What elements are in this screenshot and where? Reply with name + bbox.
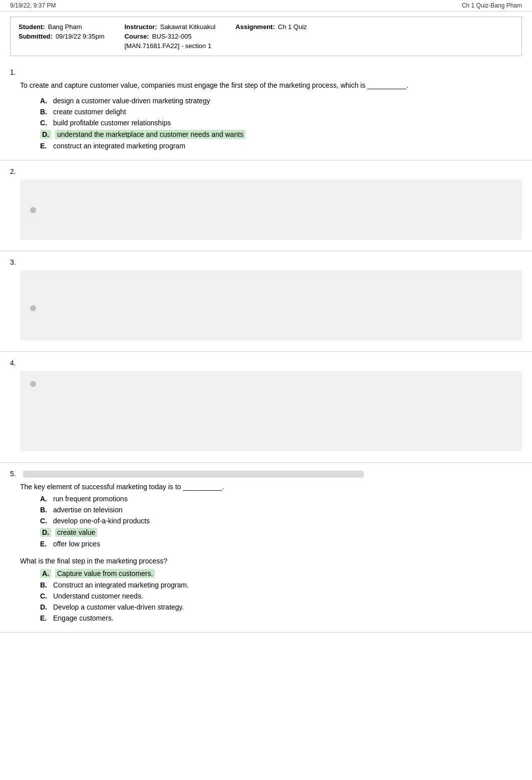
option-text: create customer delight xyxy=(53,108,126,116)
student-info-block: Student: Bang Pham Submitted: 09/19/22 9… xyxy=(10,17,522,56)
question-2-blurred xyxy=(20,179,522,240)
option-text: run frequent promotions xyxy=(53,495,128,503)
course-name: BUS-312-005 xyxy=(152,33,192,40)
question-1-number: 1. xyxy=(10,68,522,76)
question-2-number: 2. xyxy=(10,167,522,175)
question-5: 5. The key element of successful marketi… xyxy=(0,463,532,633)
student-label: Student: xyxy=(19,23,45,31)
question-5-sub1-options: A. run frequent promotions B. advertise … xyxy=(40,495,522,548)
list-item: E. construct an integrated marketing pro… xyxy=(40,142,522,150)
assignment-label: Assignment: xyxy=(235,23,275,31)
blurred-indicator xyxy=(30,381,36,387)
question-3: 3. xyxy=(0,251,532,352)
list-item: D. Develop a customer value-driven strat… xyxy=(40,603,522,611)
instructor-name: Sakawrat Kitkuakul xyxy=(160,23,215,31)
option-letter: B. xyxy=(40,506,49,514)
question-2: 2. xyxy=(0,160,532,251)
option-letter-highlighted: D. xyxy=(40,528,51,537)
option-text: build profitable customer relationships xyxy=(53,119,171,127)
instructor-label: Instructor: xyxy=(124,23,157,31)
list-item: A. design a customer value-driven market… xyxy=(40,97,522,105)
option-text: Engage customers. xyxy=(53,614,114,622)
question-5-blurred-line xyxy=(23,471,364,478)
option-text-highlighted: create value xyxy=(55,528,97,537)
assignment-name: Ch 1 Quiz xyxy=(278,23,307,31)
list-item: C. develop one-of-a-kind products xyxy=(40,517,522,525)
option-letter: C. xyxy=(40,119,49,127)
assignment-col: Assignment: Ch 1 Quiz xyxy=(235,23,307,50)
option-letter-highlighted: D. xyxy=(40,130,51,139)
list-item: B. Construct an integrated marketing pro… xyxy=(40,581,522,589)
course-section: [MAN.71681.FA22] - section 1 xyxy=(124,42,211,50)
question-5-number: 5. xyxy=(10,470,522,478)
question-4-blurred xyxy=(20,371,522,451)
option-text-highlighted: Capture value from customers. xyxy=(55,569,155,578)
question-4: 4. xyxy=(0,352,532,463)
question-1-text: To create and capture customer value, co… xyxy=(20,80,522,91)
course-col: Instructor: Sakawrat Kitkuakul Course: B… xyxy=(124,23,215,50)
blurred-indicator xyxy=(30,305,36,311)
submitted-label: Submitted: xyxy=(19,33,53,40)
question-5-sub2-options: A. Capture value from customers. B. Cons… xyxy=(40,569,522,622)
option-letter-highlighted: A. xyxy=(40,569,51,578)
option-text: advertise on television xyxy=(53,506,123,514)
list-item: C. Understand customer needs. xyxy=(40,592,522,600)
course-label: Course: xyxy=(124,33,149,40)
question-3-blurred xyxy=(20,270,522,340)
option-letter: D. xyxy=(40,603,49,611)
option-letter: B. xyxy=(40,108,49,116)
page-header: 9/19/22, 9:37 PM Ch 1 Quiz-Bang Pham xyxy=(0,0,532,12)
page-title: Ch 1 Quiz-Bang Pham xyxy=(462,2,522,9)
question-1: 1. To create and capture customer value,… xyxy=(0,61,532,160)
option-letter: E. xyxy=(40,540,49,548)
option-text: offer low prices xyxy=(53,540,100,548)
list-item: A. run frequent promotions xyxy=(40,495,522,503)
list-item: B. advertise on television xyxy=(40,506,522,514)
option-text: Develop a customer value-driven strategy… xyxy=(53,603,184,611)
list-item: D. create value xyxy=(40,528,522,537)
list-item: B. create customer delight xyxy=(40,108,522,116)
option-text-highlighted: understand the marketplace and customer … xyxy=(55,130,245,139)
list-item: D. understand the marketplace and custom… xyxy=(40,130,522,139)
option-letter: B. xyxy=(40,581,49,589)
option-letter: A. xyxy=(40,495,49,503)
option-letter: E. xyxy=(40,614,49,622)
option-text: design a customer value-driven marketing… xyxy=(53,97,210,105)
option-letter: C. xyxy=(40,592,49,600)
list-item: A. Capture value from customers. xyxy=(40,569,522,578)
list-item: E. Engage customers. xyxy=(40,614,522,622)
timestamp: 9/19/22, 9:37 PM xyxy=(10,2,56,9)
list-item: E. offer low prices xyxy=(40,540,522,548)
student-col: Student: Bang Pham Submitted: 09/19/22 9… xyxy=(19,23,104,50)
option-text: Understand customer needs. xyxy=(53,592,143,600)
student-name: Bang Pham xyxy=(48,23,82,31)
option-letter: E. xyxy=(40,142,49,150)
option-text: construct an integrated marketing progra… xyxy=(53,142,185,150)
question-1-options: A. design a customer value-driven market… xyxy=(40,97,522,150)
option-text: Construct an integrated marketing progra… xyxy=(53,581,189,589)
list-item: C. build profitable customer relationshi… xyxy=(40,119,522,127)
option-text: develop one-of-a-kind products xyxy=(53,517,150,525)
question-3-number: 3. xyxy=(10,258,522,266)
option-letter: C. xyxy=(40,517,49,525)
option-letter: A. xyxy=(40,97,49,105)
question-5-sub2-text: What is the final step in the marketing … xyxy=(20,557,522,565)
question-5-sub1-text: The key element of successful marketing … xyxy=(20,483,522,491)
question-4-number: 4. xyxy=(10,359,522,367)
blurred-indicator xyxy=(30,207,36,213)
submitted-date: 09/19/22 9:35pm xyxy=(56,33,105,40)
